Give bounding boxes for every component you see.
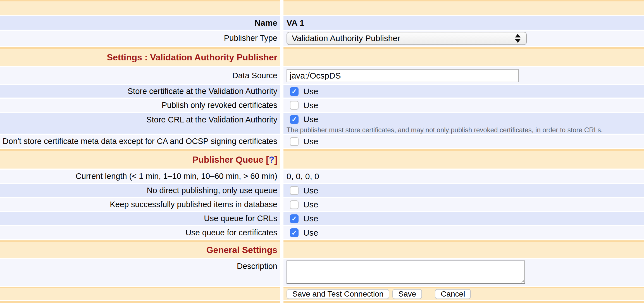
store-crl-use-label: Use [303,115,318,124]
description-textarea[interactable] [287,261,525,284]
row-description: Description [0,259,644,286]
select-spinner-icon [515,34,521,43]
row-no-direct-publishing: No direct publishing, only use queue Use [0,184,644,197]
arrow-down-icon [515,39,521,43]
data-source-value: java:/OcspDS [290,71,341,81]
help-bracket-close: ] [274,155,277,165]
row-use-queue-certificates: Use queue for certificates ✓ Use [0,226,644,239]
keep-published-items-label: Keep successfully published items in dat… [110,200,277,209]
arrow-up-icon [515,34,521,37]
help-bracket-open: [ [266,155,269,165]
store-crl-note: The publisher must store certificates, a… [287,126,603,134]
store-certificate-use-label: Use [303,87,318,96]
save-button[interactable]: Save [392,289,422,299]
no-direct-publishing-use-label: Use [303,186,318,195]
store-certificate-checkbox[interactable]: ✓ [290,87,299,96]
name-label: Name [254,18,277,28]
keep-published-items-checkbox[interactable] [290,200,299,209]
row-use-queue-crls: Use queue for CRLs ✓ Use [0,212,644,225]
data-source-input[interactable]: java:/OcspDS [287,69,519,82]
section-row-general-settings: General Settings [0,240,644,258]
description-label: Description [237,262,277,271]
row-store-crl: Store CRL at the Validation Authority ✓ … [0,113,644,134]
data-source-label: Data Source [232,71,277,80]
publisher-type-label: Publisher Type [224,34,277,43]
row-publisher-type: Publisher Type Validation Authority Publ… [0,31,644,46]
publisher-queue-section-title: Publisher Queue [?] [192,155,277,165]
save-and-test-connection-button[interactable]: Save and Test Connection [287,289,389,299]
publish-only-revoked-use-label: Use [303,101,318,110]
publish-only-revoked-checkbox[interactable] [290,101,299,110]
publisher-type-select[interactable]: Validation Authority Publisher [287,32,527,45]
publisher-type-selected-option: Validation Authority Publisher [292,34,515,43]
store-crl-label: Store CRL at the Validation Authority [146,115,277,124]
row-current-length: Current length (< 1 min, 1–10 min, 10–60… [0,170,644,183]
section-row-publisher-queue: Publisher Queue [?] [0,149,644,169]
store-certificate-label: Store certificate at the Validation Auth… [128,87,277,96]
row-name: Name VA 1 [0,16,644,30]
row-keep-published-items: Keep successfully published items in dat… [0,198,644,211]
use-queue-certificates-use-label: Use [303,228,318,238]
use-queue-crls-label: Use queue for CRLs [204,214,277,223]
resize-handle-icon[interactable] [520,278,524,283]
publish-only-revoked-label: Publish only revoked certificates [162,101,277,110]
publisher-queue-help-link[interactable]: ? [269,155,275,165]
row-dont-store-meta: Don't store certificate meta data except… [0,135,644,148]
use-queue-crls-checkbox[interactable]: ✓ [290,214,299,223]
row-publish-only-revoked: Publish only revoked certificates Use [0,99,644,112]
row-store-certificate: Store certificate at the Validation Auth… [0,85,644,98]
use-queue-certificates-label: Use queue for certificates [185,228,277,237]
row-form-buttons: Save and Test Connection Save Cancel [0,287,644,300]
store-crl-checkbox[interactable]: ✓ [290,115,299,124]
settings-section-title: Settings : Validation Authority Publishe… [107,52,277,63]
row-data-source: Data Source java:/OcspDS [0,67,644,84]
use-queue-crls-use-label: Use [303,214,318,223]
cancel-button[interactable]: Cancel [435,289,471,299]
current-length-label: Current length (< 1 min, 1–10 min, 10–60… [76,172,277,181]
no-direct-publishing-checkbox[interactable] [290,186,299,195]
use-queue-certificates-checkbox[interactable]: ✓ [290,228,299,237]
keep-published-items-use-label: Use [303,200,318,209]
dont-store-meta-use-label: Use [303,137,318,146]
no-direct-publishing-label: No direct publishing, only use queue [147,186,277,195]
name-value: VA 1 [287,18,304,28]
section-row-partial-top [0,0,644,15]
section-row-settings: Settings : Validation Authority Publishe… [0,47,644,66]
dont-store-meta-checkbox[interactable] [290,137,299,146]
edit-publisher-form: Name VA 1 Publisher Type Validation Auth… [0,0,644,303]
dont-store-meta-label: Don't store certificate meta data except… [3,137,277,146]
current-length-value: 0, 0, 0, 0 [287,172,319,181]
general-settings-section-title: General Settings [206,245,277,255]
section-row-partial-bottom [0,301,644,303]
